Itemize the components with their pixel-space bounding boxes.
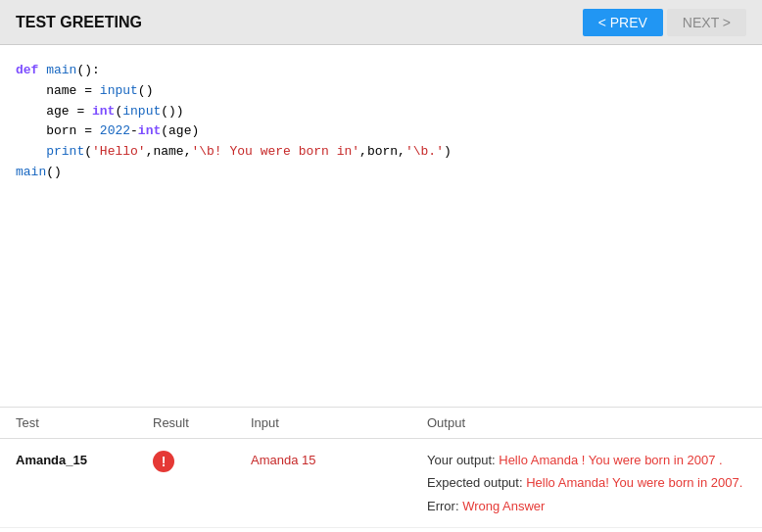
test-name: Amanda_15 (16, 449, 153, 467)
your-output-line: Your output: Hello Amanda ! You were bor… (427, 449, 746, 471)
code-line: born = 2022-int(age) (16, 121, 746, 142)
results-table: Test Result Input Output Amanda_15 ! Ama… (0, 408, 762, 528)
code-line: age = int(input()) (16, 102, 746, 122)
output-cell: Your output: Hello Amanda ! You were bor… (427, 449, 746, 517)
expected-output-line: Expected output: Hello Amanda! You were … (427, 471, 746, 494)
page-title: TEST GREETING (16, 14, 142, 31)
expected-output-value: Hello Amanda! You were born in 2007. (526, 475, 742, 490)
nav-buttons: < PREV NEXT > (583, 9, 746, 36)
next-button[interactable]: NEXT > (667, 9, 746, 36)
code-line: def main(): (16, 61, 746, 81)
your-output-label: Your output: (427, 453, 499, 467)
code-line: print('Hello',name,'\b! You were born in… (16, 142, 746, 163)
col-output: Output (427, 415, 746, 430)
error-value: Wrong Answer (462, 499, 545, 513)
col-result: Result (153, 415, 251, 430)
result-cell: ! (153, 449, 251, 472)
col-input: Input (251, 415, 427, 430)
code-line: name = input() (16, 81, 746, 102)
expected-output-label: Expected output: (427, 475, 526, 490)
error-line: Error: Wrong Answer (427, 495, 746, 517)
table-header: Test Result Input Output (0, 408, 762, 439)
input-value: Amanda 15 (251, 449, 427, 467)
code-editor: def main(): name = input() age = int(inp… (0, 45, 762, 408)
prev-button[interactable]: < PREV (583, 9, 663, 36)
your-output-value: Hello Amanda ! You were born in 2007 . (499, 453, 722, 467)
error-label: Error: (427, 499, 462, 513)
col-test: Test (16, 415, 153, 430)
table-row: Amanda_15 ! Amanda 15 Your output: Hello… (0, 439, 762, 528)
header: TEST GREETING < PREV NEXT > (0, 0, 762, 45)
code-line: main() (16, 163, 746, 183)
error-icon: ! (153, 451, 174, 472)
